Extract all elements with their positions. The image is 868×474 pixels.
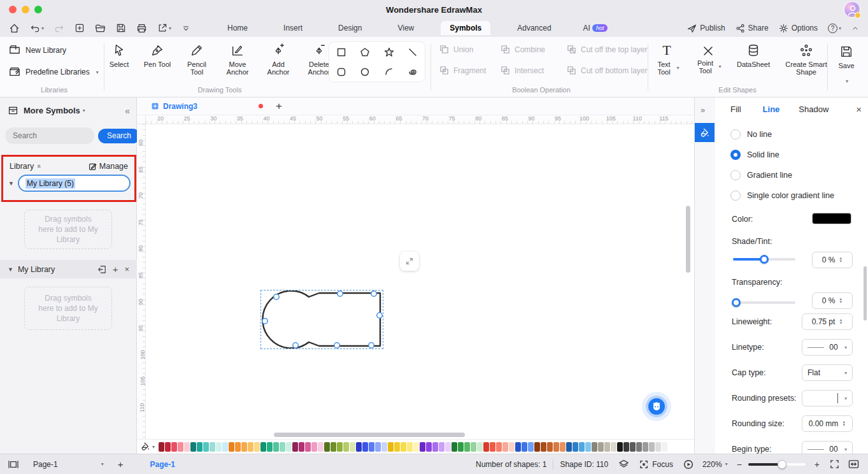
- manage-button[interactable]: Manage: [89, 162, 128, 171]
- palette-swatch[interactable]: [420, 442, 425, 452]
- intersect-button[interactable]: Intersect: [501, 66, 567, 75]
- page-tab[interactable]: Page-1: [150, 460, 174, 469]
- shape-pentagon-icon[interactable]: [360, 47, 370, 57]
- datasheet-button[interactable]: DataSheet: [734, 43, 773, 68]
- palette-swatch[interactable]: [203, 442, 209, 452]
- palette-swatch[interactable]: [439, 442, 445, 452]
- palette-swatch[interactable]: [643, 442, 648, 452]
- tab-ai[interactable]: AIhot: [574, 21, 617, 35]
- palette-swatch[interactable]: [413, 442, 419, 452]
- focus-button[interactable]: Focus: [639, 460, 673, 469]
- open-folder-icon[interactable]: [95, 23, 106, 34]
- palette-swatch[interactable]: [534, 442, 540, 452]
- vertical-scrollbar[interactable]: [686, 206, 690, 273]
- new-library-button[interactable]: New Library: [9, 45, 66, 56]
- option-solid-line[interactable]: Solid line: [730, 150, 779, 160]
- palette-swatch[interactable]: [445, 442, 451, 452]
- palette-swatch[interactable]: [502, 442, 508, 452]
- search-button[interactable]: Search: [98, 129, 140, 143]
- zoom-out-button[interactable]: −: [737, 459, 742, 470]
- transparency-spinner[interactable]: 0 %▲▼: [812, 292, 853, 309]
- expand-panel-icon[interactable]: »: [695, 97, 715, 115]
- tab-home[interactable]: Home: [218, 21, 257, 35]
- palette-swatch[interactable]: [159, 442, 164, 452]
- palette-swatch[interactable]: [483, 442, 489, 452]
- palette-swatch[interactable]: [623, 442, 629, 452]
- palette-swatch[interactable]: [655, 442, 661, 452]
- palette-swatch[interactable]: [464, 442, 470, 452]
- undo-button[interactable]: ▾: [30, 23, 44, 33]
- palette-swatch[interactable]: [471, 442, 476, 452]
- expand-library-icon[interactable]: ▼: [8, 180, 14, 187]
- avatar[interactable]: [844, 1, 860, 18]
- import-symbols-icon[interactable]: [97, 265, 106, 274]
- palette-swatch[interactable]: [553, 442, 559, 452]
- add-anchor-button[interactable]: Add Anchor: [263, 43, 294, 76]
- home-icon[interactable]: [9, 23, 20, 34]
- palette-swatch[interactable]: [617, 442, 623, 452]
- presentation-play-icon[interactable]: [683, 459, 694, 470]
- palette-swatch[interactable]: [241, 442, 247, 452]
- palette-swatch[interactable]: [394, 442, 400, 452]
- zoom-slider[interactable]: [748, 463, 807, 466]
- palette-swatch[interactable]: [292, 442, 298, 452]
- option-gradient-line[interactable]: Gradient line: [730, 170, 792, 180]
- palette-swatch[interactable]: [280, 442, 285, 452]
- help-caret-icon[interactable]: ▾: [839, 25, 841, 31]
- palette-swatch[interactable]: [299, 442, 304, 452]
- my-library-header[interactable]: ▼ My Library + ×: [0, 260, 137, 278]
- zoom-level[interactable]: 220%▾: [702, 460, 728, 469]
- palette-swatch[interactable]: [184, 442, 190, 452]
- palette-swatch[interactable]: [407, 442, 413, 452]
- palette-swatch[interactable]: [381, 442, 387, 452]
- palette-swatch[interactable]: [522, 442, 527, 452]
- palette-swatch[interactable]: [458, 442, 464, 452]
- option-no-line[interactable]: No line: [730, 129, 772, 140]
- layers-icon[interactable]: [618, 459, 629, 469]
- undo-caret-icon[interactable]: ▾: [41, 25, 44, 31]
- fullscreen-icon[interactable]: [830, 459, 839, 469]
- pencil-tool-button[interactable]: Pencil Tool: [181, 43, 212, 76]
- palette-swatch[interactable]: [356, 442, 362, 452]
- palette-swatch[interactable]: [649, 442, 655, 452]
- palette-swatch[interactable]: [452, 442, 457, 452]
- point-tool-button[interactable]: Point Tool▾: [692, 43, 725, 75]
- palette-swatch[interactable]: [331, 442, 336, 452]
- cap-type-dropdown[interactable]: Flat▾: [802, 364, 853, 381]
- save-caret-icon[interactable]: ▾: [846, 78, 848, 84]
- tab-shadow[interactable]: Shadow: [799, 104, 829, 114]
- shape-arc-icon[interactable]: [384, 67, 394, 77]
- palette-swatch[interactable]: [311, 442, 317, 452]
- pen-tool-button[interactable]: Pen Tool: [143, 43, 171, 68]
- print-icon[interactable]: [136, 23, 147, 34]
- move-anchor-button[interactable]: Move Anchor: [222, 43, 253, 76]
- palette-swatch[interactable]: [178, 442, 183, 452]
- shade-spinner[interactable]: 0 %▲▼: [812, 252, 853, 268]
- palette-swatch[interactable]: [235, 442, 241, 452]
- palette-swatch[interactable]: [362, 442, 368, 452]
- save-file-icon[interactable]: [116, 23, 126, 33]
- palette-swatch[interactable]: [496, 442, 502, 452]
- tab-fill[interactable]: Fill: [730, 104, 741, 114]
- drop-zone[interactable]: Drag symbols here to add to My Library: [24, 287, 112, 330]
- union-button[interactable]: Union: [439, 45, 501, 54]
- tab-line[interactable]: Line: [763, 104, 780, 114]
- palette-swatch[interactable]: [165, 442, 171, 452]
- palette-swatch[interactable]: [426, 442, 432, 452]
- palette-swatch[interactable]: [222, 442, 228, 452]
- combine-button[interactable]: Combine: [501, 45, 567, 54]
- palette-swatch[interactable]: [248, 442, 253, 452]
- collapse-sidebar-icon[interactable]: «: [125, 106, 130, 116]
- tab-view[interactable]: View: [388, 21, 423, 35]
- palette-swatch[interactable]: [528, 442, 534, 452]
- close-panel-icon[interactable]: ×: [856, 104, 862, 115]
- panel-scrollbar[interactable]: [864, 266, 867, 320]
- close-section-icon[interactable]: ×: [124, 264, 129, 274]
- ai-assistant-button[interactable]: [642, 392, 671, 421]
- palette-swatch[interactable]: [585, 442, 591, 452]
- text-tool-button[interactable]: T Text Tool▾: [651, 43, 683, 76]
- linetype-dropdown[interactable]: 00▾: [802, 339, 853, 356]
- palette-swatch[interactable]: [216, 442, 222, 452]
- horizontal-scrollbar[interactable]: [274, 433, 465, 437]
- shade-slider[interactable]: [733, 258, 795, 261]
